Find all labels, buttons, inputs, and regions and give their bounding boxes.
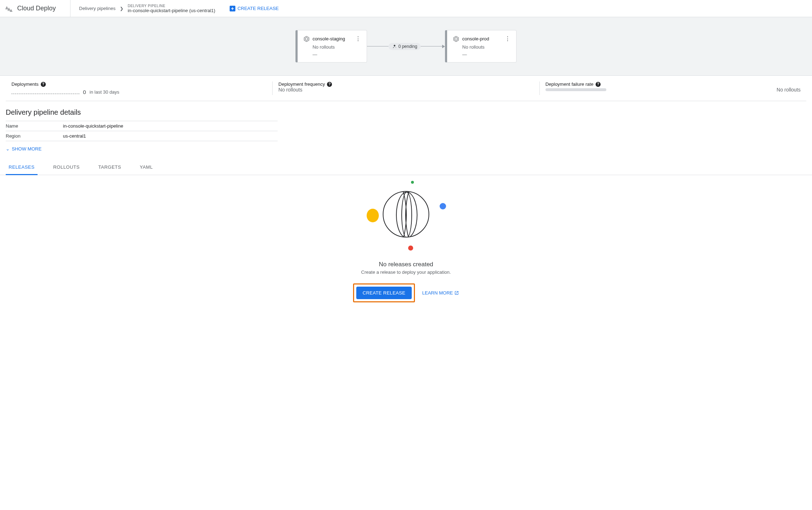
arrowhead-icon bbox=[442, 45, 445, 48]
header-bar: Cloud Deploy Delivery pipelines ❯ DELIVE… bbox=[0, 0, 812, 17]
chevron-right-icon: ❯ bbox=[120, 6, 123, 11]
stage-name: console-staging bbox=[313, 36, 345, 41]
create-release-button-header[interactable]: + CREATE RELEASE bbox=[230, 6, 279, 11]
section-title: Delivery pipeline details bbox=[6, 108, 806, 117]
detail-row: Namein-console-quickstart-pipeline bbox=[6, 121, 278, 131]
stat-label: Deployment frequency bbox=[278, 81, 325, 87]
pending-chip: 0 pending bbox=[388, 43, 421, 50]
create-release-label: CREATE RELEASE bbox=[238, 6, 279, 11]
stat-label: Deployments bbox=[11, 81, 39, 87]
approval-icon bbox=[392, 44, 397, 49]
more-vert-icon[interactable]: ⋮ bbox=[505, 35, 510, 42]
stage-status: No rollouts bbox=[313, 44, 361, 50]
cloud-deploy-logo-icon bbox=[4, 4, 13, 13]
stat-value: No rollouts bbox=[278, 87, 302, 93]
stage-card-prod[interactable]: console-prod ⋮ No rollouts — bbox=[445, 30, 517, 63]
external-link-icon bbox=[454, 291, 459, 295]
product-name: Cloud Deploy bbox=[17, 5, 56, 12]
tab-releases[interactable]: RELEASES bbox=[6, 160, 38, 175]
detail-label: Name bbox=[6, 121, 63, 131]
empty-state: No releases created Create a release to … bbox=[0, 175, 812, 311]
empty-illustration bbox=[356, 181, 456, 252]
sparkline-placeholder bbox=[11, 90, 79, 94]
empty-subtitle: Create a release to deploy your applicat… bbox=[0, 269, 812, 275]
details-section: Delivery pipeline details Namein-console… bbox=[0, 101, 812, 152]
help-icon[interactable]: ? bbox=[41, 82, 46, 87]
pipeline-visualization: console-staging ⋮ No rollouts — 0 pendin… bbox=[0, 17, 812, 76]
show-more-label: SHOW MORE bbox=[12, 146, 41, 152]
stage-detail: — bbox=[462, 52, 510, 57]
detail-row: Regionus-central1 bbox=[6, 131, 278, 141]
stage-card-staging[interactable]: console-staging ⋮ No rollouts — bbox=[295, 30, 367, 63]
tabs-row: RELEASES ROLLOUTS TARGETS YAML bbox=[0, 160, 812, 175]
detail-value: in-console-quickstart-pipeline bbox=[63, 121, 278, 131]
empty-title: No releases created bbox=[0, 261, 812, 268]
breadcrumb-label: DELIVERY PIPELINE bbox=[128, 4, 215, 8]
stat-count: 0 bbox=[83, 89, 86, 95]
stage-status: No rollouts bbox=[462, 44, 510, 50]
stat-failure-rate: Deployment failure rate? No rollouts bbox=[539, 81, 806, 95]
target-icon bbox=[453, 36, 459, 42]
plus-icon: + bbox=[230, 6, 235, 11]
breadcrumb: Delivery pipelines ❯ DELIVERY PIPELINE i… bbox=[70, 0, 215, 17]
details-table: Namein-console-quickstart-pipeline Regio… bbox=[6, 121, 278, 141]
stage-detail: — bbox=[313, 52, 361, 57]
show-more-button[interactable]: ⌄ SHOW MORE bbox=[6, 146, 806, 152]
help-icon[interactable]: ? bbox=[327, 82, 332, 87]
stat-frequency: Deployment frequency? No rollouts bbox=[272, 81, 539, 95]
stage-name: console-prod bbox=[462, 36, 489, 41]
failure-rate-bar bbox=[546, 88, 606, 91]
breadcrumb-current: DELIVERY PIPELINE in-console-quickstart-… bbox=[128, 4, 215, 13]
tab-rollouts[interactable]: ROLLOUTS bbox=[50, 160, 83, 175]
tab-targets[interactable]: TARGETS bbox=[96, 160, 124, 175]
learn-more-link[interactable]: LEARN MORE bbox=[422, 290, 459, 296]
stat-value: No rollouts bbox=[777, 87, 801, 93]
stats-row: Deployments? 0 in last 30 days Deploymen… bbox=[6, 76, 806, 101]
learn-more-label: LEARN MORE bbox=[422, 290, 453, 296]
stat-period: in last 30 days bbox=[89, 89, 119, 95]
breadcrumb-link-pipelines[interactable]: Delivery pipelines bbox=[79, 6, 116, 11]
more-vert-icon[interactable]: ⋮ bbox=[355, 35, 361, 42]
breadcrumb-title: in-console-quickstart-pipeline (us-centr… bbox=[128, 8, 215, 13]
pipeline-connector: 0 pending bbox=[367, 43, 445, 50]
pending-text: 0 pending bbox=[398, 44, 417, 49]
stat-label: Deployment failure rate bbox=[546, 81, 593, 87]
create-release-button[interactable]: CREATE RELEASE bbox=[356, 287, 412, 299]
target-icon bbox=[303, 36, 310, 42]
tutorial-highlight: CREATE RELEASE bbox=[353, 283, 415, 302]
detail-label: Region bbox=[6, 131, 63, 141]
help-icon[interactable]: ? bbox=[596, 82, 601, 87]
stat-deployments: Deployments? 0 in last 30 days bbox=[6, 81, 272, 95]
detail-value: us-central1 bbox=[63, 131, 278, 141]
chevron-down-icon: ⌄ bbox=[6, 146, 10, 152]
tab-yaml[interactable]: YAML bbox=[137, 160, 156, 175]
